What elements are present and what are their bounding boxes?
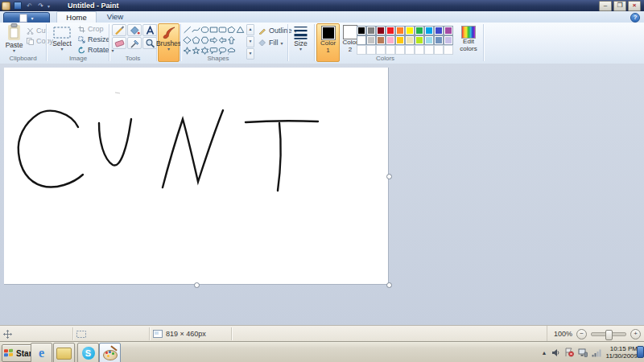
- palette-empty-slot[interactable]: [415, 45, 424, 55]
- shape-triangle[interactable]: [236, 24, 245, 35]
- shape-six-point-star-icon: [200, 46, 209, 56]
- shape-hexagon[interactable]: [200, 35, 209, 45]
- shape-arrow-right[interactable]: [209, 35, 218, 45]
- zoom-in-button[interactable]: +: [630, 329, 641, 339]
- network-icon[interactable]: [578, 348, 588, 357]
- close-button[interactable]: ×: [628, 1, 641, 11]
- redo-button[interactable]: ↷: [36, 2, 45, 10]
- shape-rounded-rectangle[interactable]: [218, 24, 227, 35]
- palette-empty-slot[interactable]: [405, 45, 415, 55]
- hidden-icons-chevron-icon[interactable]: ▲: [542, 350, 547, 356]
- pencil-icon: [114, 26, 125, 35]
- taskbar-item-skype[interactable]: S: [77, 343, 99, 362]
- shapes-scroll-up-icon[interactable]: ▲: [246, 24, 254, 35]
- palette-swatch-A349A4[interactable]: [444, 26, 453, 35]
- taskbar-item-paint-active[interactable]: [99, 343, 121, 362]
- canvas-resize-handle-corner[interactable]: [386, 282, 392, 288]
- zoom-level-value: 100%: [554, 330, 572, 338]
- shape-arrow-left-icon: [218, 35, 227, 45]
- fill-button[interactable]: Fill ▾: [258, 39, 283, 47]
- palette-swatch-FF7F27[interactable]: [395, 26, 405, 35]
- show-desktop-button[interactable]: [637, 346, 644, 358]
- palette-swatch-7F7F7F[interactable]: [366, 26, 376, 35]
- palette-swatch-7092BE[interactable]: [434, 35, 444, 45]
- color-picker-tool-button[interactable]: [127, 37, 142, 49]
- shape-rectangle[interactable]: [209, 24, 218, 35]
- zoom-controls: 100% − +: [547, 326, 641, 342]
- tab-home[interactable]: Home: [56, 11, 97, 23]
- eraser-tool-button[interactable]: [112, 37, 126, 49]
- save-button[interactable]: [14, 2, 23, 10]
- shape-oval[interactable]: [200, 24, 209, 35]
- palette-swatch-B5E61D[interactable]: [415, 35, 424, 45]
- palette-swatch-C3C3C3[interactable]: [366, 35, 376, 45]
- signal-strength-icon[interactable]: [592, 348, 602, 357]
- zoom-slider[interactable]: [591, 332, 626, 336]
- volume-icon[interactable]: [551, 348, 560, 357]
- palette-empty-slot[interactable]: [444, 45, 453, 55]
- size-button[interactable]: Size ▾: [290, 23, 312, 60]
- palette-swatch-FFC90E[interactable]: [395, 35, 405, 45]
- zoom-slider-thumb[interactable]: [605, 330, 613, 340]
- palette-empty-slot[interactable]: [395, 45, 405, 55]
- palette-swatch-880015[interactable]: [376, 26, 386, 35]
- fill-icon: [258, 39, 266, 47]
- shape-line[interactable]: [183, 24, 192, 35]
- paint-menu-button[interactable]: ▾: [3, 12, 50, 23]
- action-center-icon[interactable]: [564, 348, 574, 357]
- canvas-resize-handle-right[interactable]: [386, 174, 392, 179]
- palette-swatch-FFFFFF[interactable]: [357, 35, 366, 45]
- palette-swatch-FFF200[interactable]: [405, 26, 415, 35]
- drawing-canvas[interactable]: [4, 68, 389, 285]
- shapes-scroll-down-icon[interactable]: ▼: [246, 36, 254, 47]
- palette-swatch-22B14C[interactable]: [415, 26, 424, 35]
- palette-swatch-C8BFE7[interactable]: [444, 35, 453, 45]
- palette-empty-slot[interactable]: [357, 45, 366, 55]
- paint-menu-icon: [19, 14, 27, 23]
- palette-empty-slot[interactable]: [424, 45, 434, 55]
- crop-button[interactable]: Crop: [78, 25, 104, 33]
- palette-swatch-ED1C24[interactable]: [386, 26, 395, 35]
- palette-swatch-99D9EA[interactable]: [424, 35, 434, 45]
- fill-tool-button[interactable]: [127, 24, 142, 36]
- canvas-size-section: 819 × 460px: [150, 327, 232, 340]
- cut-button[interactable]: Cut: [27, 27, 47, 35]
- palette-swatch-000000[interactable]: [357, 26, 366, 35]
- shape-arrow-up[interactable]: [227, 35, 236, 45]
- shape-curve[interactable]: [192, 24, 200, 35]
- palette-swatch-3F48CC[interactable]: [434, 26, 444, 35]
- palette-empty-slot[interactable]: [434, 45, 444, 55]
- tab-view[interactable]: View: [98, 11, 132, 23]
- minimize-button[interactable]: –: [599, 1, 612, 11]
- customize-qat-chevron-icon[interactable]: ▾: [47, 3, 50, 9]
- fill-bucket-icon: [130, 26, 140, 35]
- taskbar-item-internet-explorer[interactable]: e: [31, 343, 52, 362]
- palette-swatch-FFAEC9[interactable]: [386, 35, 395, 45]
- canvas-resize-handle-bottom[interactable]: [194, 282, 200, 288]
- edit-colors-button[interactable]: Edit colors: [456, 23, 481, 60]
- palette-swatch-B97A57[interactable]: [376, 35, 386, 45]
- help-icon[interactable]: ?: [630, 13, 640, 23]
- palette-empty-slot[interactable]: [366, 45, 376, 55]
- palette-swatch-00A2E8[interactable]: [424, 26, 434, 35]
- magnifier-tool-button[interactable]: [142, 37, 157, 49]
- shape-pentagon[interactable]: [192, 35, 200, 45]
- magnifier-icon: [145, 39, 155, 48]
- zoom-out-button[interactable]: −: [576, 329, 587, 339]
- palette-empty-slot[interactable]: [386, 45, 395, 55]
- chevron-down-icon: ▾: [31, 15, 33, 21]
- skype-icon: S: [82, 347, 95, 360]
- taskbar-clock[interactable]: 10:15 PM 11/30/2009: [606, 345, 638, 360]
- undo-button[interactable]: ↶: [25, 2, 34, 10]
- palette-empty-slot[interactable]: [376, 45, 386, 55]
- restore-button[interactable]: ❐: [613, 1, 626, 11]
- palette-swatch-EFE4B0[interactable]: [405, 35, 415, 45]
- taskbar-item-app[interactable]: [53, 343, 75, 362]
- shape-polygon[interactable]: [227, 24, 236, 35]
- text-tool-button[interactable]: [142, 24, 157, 36]
- brushes-button[interactable]: Brushes ▾: [158, 23, 180, 62]
- shape-arrow-left[interactable]: [218, 35, 227, 45]
- resize-button[interactable]: Resize: [78, 35, 110, 43]
- shape-diamond[interactable]: [183, 35, 192, 45]
- pencil-tool-button[interactable]: [112, 24, 126, 36]
